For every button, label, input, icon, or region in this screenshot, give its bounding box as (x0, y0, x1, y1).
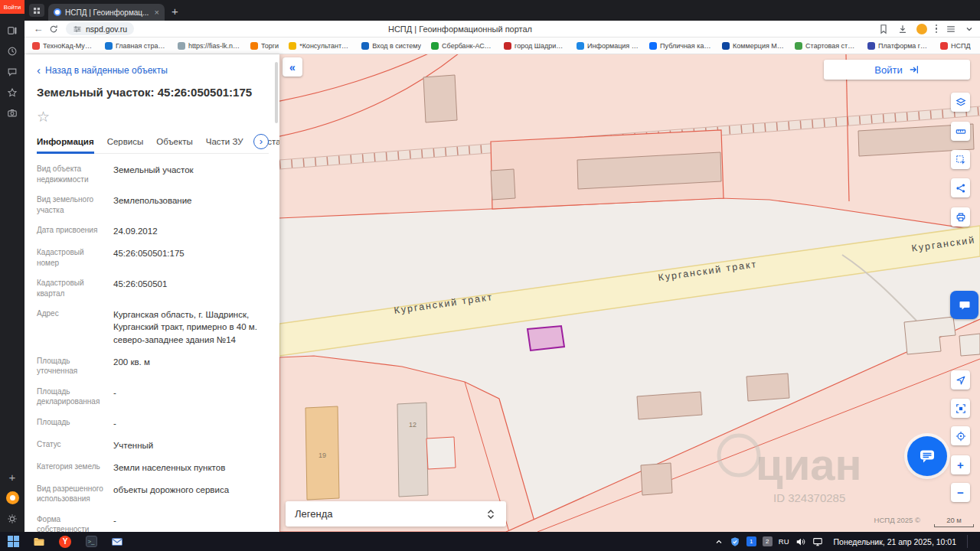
bookmark-item[interactable]: https://fias-lk.nal... (178, 42, 240, 50)
tabs-panel-button[interactable] (0, 20, 24, 41)
site-settings-icon (73, 24, 82, 34)
bookmark-item[interactable]: НСПД (940, 42, 971, 50)
bookmark-item[interactable]: *КонсультантПл... (289, 42, 351, 50)
cadastral-map-canvas[interactable]: Курганский тракт Курганский тракт Курган… (279, 54, 980, 532)
tray-badge-1[interactable]: 1 (746, 536, 756, 546)
building-polygon (423, 75, 457, 122)
panel-scrollbar[interactable] (275, 62, 278, 123)
bookmark-item[interactable]: Сбербанк-АСТ - З... (431, 42, 494, 50)
field-row: Вид земельного участкаЗемлепользование (37, 190, 269, 220)
settings-button[interactable] (0, 508, 24, 529)
language-indicator[interactable]: RU (779, 537, 789, 546)
chat-lines-icon (919, 448, 936, 465)
ruler-icon (956, 126, 966, 137)
target-icon (956, 431, 966, 442)
bookmark-favicon (795, 42, 802, 50)
screenshot-button[interactable] (0, 103, 24, 123)
browser-login-button[interactable]: Войти (0, 0, 24, 14)
tab-list-button[interactable] (29, 4, 44, 17)
collapse-panel-button[interactable]: « (283, 57, 302, 77)
bookmark-item[interactable]: город Шадринск... (504, 42, 567, 50)
bookmark-item[interactable]: Коммерция МО... (722, 42, 785, 50)
bookmark-item[interactable]: ТехноКад-Муниц... (32, 42, 95, 50)
layers-button[interactable] (951, 93, 970, 112)
print-button[interactable] (951, 207, 970, 227)
volume-icon[interactable] (795, 536, 806, 547)
downloads-icon[interactable] (897, 24, 908, 34)
object-info-panel: ‹ Назад в найденные объекты Земельный уч… (24, 54, 279, 532)
menu-bars-icon[interactable] (946, 24, 956, 34)
bookmarks-button[interactable] (0, 82, 24, 103)
profile-avatar[interactable] (916, 24, 927, 34)
favorite-star-button[interactable]: ☆ (37, 108, 54, 126)
camera-icon (7, 108, 18, 119)
tray-badge-2[interactable]: 2 (763, 536, 773, 546)
overview-button[interactable] (951, 399, 970, 418)
bookmark-flag-icon[interactable] (878, 24, 889, 34)
new-tab-button[interactable]: + (172, 5, 178, 18)
map-attribution: НСПД 2025 © (874, 516, 920, 524)
tab-favicon (54, 8, 61, 16)
app-window-icon: >_ (86, 536, 97, 547)
system-tray: 1 2 RU Понедельник, 21 апр 2025, 10:01 (714, 532, 980, 551)
star-icon (7, 87, 18, 98)
tab-services[interactable]: Сервисы (107, 137, 144, 146)
chevron-down-icon[interactable] (965, 24, 974, 34)
field-row: СтатусУчтенный (37, 434, 269, 456)
history-button[interactable] (0, 41, 24, 61)
network-icon[interactable] (812, 536, 823, 547)
add-panel-button[interactable]: + (0, 467, 24, 487)
windows-logo-icon (8, 536, 19, 547)
clock-datetime[interactable]: Понедельник, 21 апр 2025, 10:01 (829, 537, 961, 546)
bookmark-item[interactable]: Главная страниц... (105, 42, 168, 50)
tray-expand-icon[interactable] (714, 537, 724, 546)
more-menu-icon[interactable] (936, 24, 938, 34)
selected-parcel[interactable] (528, 326, 564, 350)
show-desktop-button[interactable] (974, 532, 978, 551)
zoom-in-button[interactable]: + (951, 455, 970, 474)
mail-button[interactable] (104, 532, 130, 551)
back-to-results-link[interactable]: ‹ Назад в найденные объекты (37, 65, 269, 76)
map-login-button[interactable]: Войти (824, 60, 970, 80)
overview-frame-icon (956, 403, 966, 414)
refresh-button[interactable] (46, 22, 61, 36)
login-arrow-icon (909, 64, 920, 75)
building-polygon (746, 373, 789, 401)
file-explorer-button[interactable] (26, 532, 52, 551)
tab-parts[interactable]: Части ЗУ (206, 137, 243, 146)
browser-tab-nspd[interactable]: НСПД | Геоинформац... × (48, 4, 165, 21)
locate-button[interactable] (951, 370, 970, 390)
history-clock-icon (7, 46, 18, 57)
zoom-out-button[interactable]: − (951, 483, 970, 502)
bookmark-item[interactable]: Торги (250, 42, 279, 50)
address-bar[interactable]: nspd.gov.ru (66, 22, 134, 35)
taskbar-separator (967, 535, 968, 548)
start-button[interactable] (0, 532, 26, 551)
chat-fab-button[interactable] (907, 436, 947, 476)
yandex-browser-button[interactable]: Y (52, 532, 78, 551)
bookmark-item[interactable]: Вход в систему (361, 42, 421, 50)
alice-button[interactable] (0, 487, 24, 508)
building-polygon (491, 169, 515, 200)
bookmark-item[interactable]: Стартовая стран... (795, 42, 858, 50)
bookmark-item[interactable]: Платформа госу... (867, 42, 930, 50)
tab-information[interactable]: Информация (37, 137, 94, 146)
print-icon (956, 212, 966, 223)
bookmark-item[interactable]: Публичная кадас... (649, 42, 712, 50)
feedback-widget-button[interactable] (950, 291, 978, 319)
share-button[interactable] (951, 178, 970, 197)
building-polygon (637, 392, 702, 419)
legend-toggle[interactable]: Легенда (286, 501, 506, 527)
comments-button[interactable] (0, 61, 24, 82)
back-button[interactable]: ← (31, 22, 46, 36)
security-shield-icon[interactable] (730, 536, 740, 547)
select-area-button[interactable] (951, 150, 970, 169)
tabs-scroll-right-button[interactable]: › (253, 134, 269, 149)
bookmark-item[interactable]: Информация о р... (577, 42, 639, 50)
tab-objects[interactable]: Объекты (156, 137, 192, 146)
share-icon (956, 183, 966, 194)
target-button[interactable] (951, 426, 970, 445)
measure-button[interactable] (951, 122, 970, 141)
app-window-button[interactable]: >_ (78, 532, 104, 551)
tab-close-icon[interactable]: × (155, 8, 159, 17)
